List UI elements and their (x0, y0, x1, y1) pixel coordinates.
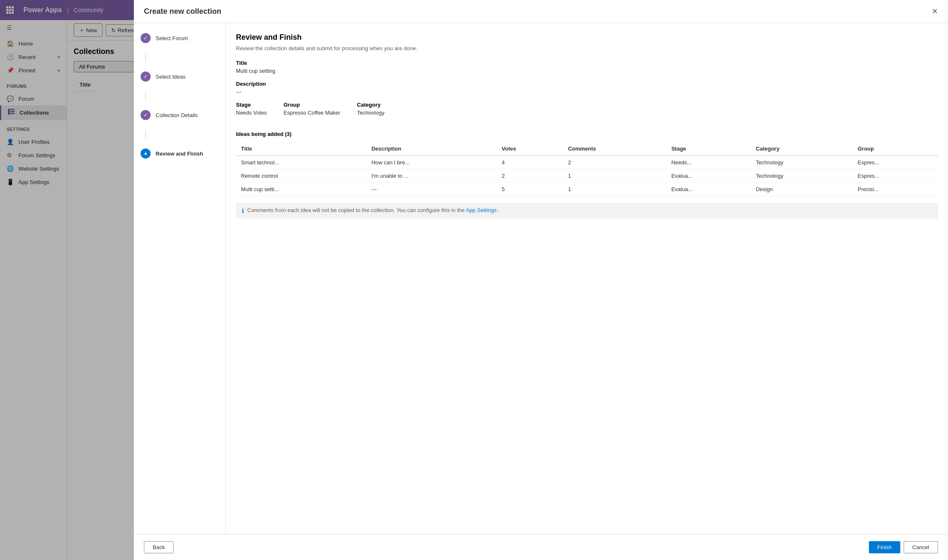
idea-stage: Evalua... (666, 169, 751, 183)
ideas-header-group: Group (853, 142, 938, 156)
ideas-header-title: Title (236, 142, 366, 156)
idea-title: Multi cup setti... (236, 183, 366, 196)
group-label: Group (284, 102, 341, 108)
step-connector-2 (145, 92, 146, 100)
category-label: Category (357, 102, 384, 108)
idea-category: Technology (751, 169, 853, 183)
idea-title: Smart technol... (236, 156, 366, 169)
ideas-header-comments: Comments (563, 142, 666, 156)
ideas-header-description: Description (366, 142, 497, 156)
finish-button[interactable]: Finish (869, 541, 900, 553)
idea-description: How can I bre... (366, 156, 497, 169)
group-value: Espresso Coffee Maker (284, 110, 341, 116)
step-label-review-finish: Review and Finish (156, 151, 203, 157)
table-row: Smart technol...How can I bre...42Needs.… (236, 156, 938, 169)
table-row: Multi cup setti...---51Evalua...DesignPr… (236, 183, 938, 196)
ideas-table-header-row: Title Description Votes Comments Stage C… (236, 142, 938, 156)
ideas-header-category: Category (751, 142, 853, 156)
review-row-stage-group-category: Stage Needs Votes Group Espresso Coffee … (236, 102, 938, 123)
ideas-table: Title Description Votes Comments Stage C… (236, 142, 938, 196)
step-connector-3 (145, 130, 146, 138)
modal-footer: Back Finish Cancel (134, 534, 948, 560)
review-section-title: Review and Finish (236, 33, 938, 42)
idea-description: --- (366, 183, 497, 196)
footer-right-buttons: Finish Cancel (869, 541, 938, 553)
group-col: Group Espresso Coffee Maker (284, 102, 341, 123)
step-label-select-forum: Select Forum (156, 35, 188, 41)
stage-label: Stage (236, 102, 267, 108)
wizard-step-select-forum: ✓ Select Forum (141, 33, 219, 43)
step-label-select-ideas: Select Ideas (156, 74, 186, 80)
close-button[interactable]: ✕ (932, 7, 938, 16)
info-banner: ℹ Comments from each idea will not be co… (236, 203, 938, 218)
idea-votes: 2 (497, 169, 563, 183)
wizard-step-collection-details: ✓ Collection Details (141, 110, 219, 120)
stage-col: Stage Needs Votes (236, 102, 267, 123)
description-field-label: Description (236, 81, 938, 87)
step-circle-review-finish: ● (141, 148, 151, 159)
cancel-button[interactable]: Cancel (904, 541, 938, 553)
modal-header: Create new collection ✕ (134, 0, 948, 23)
review-subtitle: Review the collection details and submit… (236, 45, 938, 51)
category-value: Technology (357, 110, 384, 116)
title-field-value: Multi cup setting (236, 68, 938, 74)
idea-category: Technology (751, 156, 853, 169)
idea-comments: 1 (563, 169, 666, 183)
create-collection-modal: Create new collection ✕ ✓ Select Forum ✓… (134, 0, 948, 560)
idea-category: Design (751, 183, 853, 196)
table-row: Remote controlI'm unable to ...21Evalua.… (236, 169, 938, 183)
back-button[interactable]: Back (144, 541, 174, 553)
idea-stage: Needs... (666, 156, 751, 169)
wizard-step-review-finish: ● Review and Finish (141, 148, 219, 159)
review-content: Review and Finish Review the collection … (226, 23, 948, 534)
step-connector-1 (145, 53, 146, 61)
idea-votes: 5 (497, 183, 563, 196)
idea-comments: 2 (563, 156, 666, 169)
description-field-value: --- (236, 89, 938, 95)
step-circle-select-forum: ✓ (141, 33, 151, 43)
idea-group: Espres... (853, 169, 938, 183)
idea-title: Remote control (236, 169, 366, 183)
step-label-collection-details: Collection Details (156, 112, 197, 118)
app-settings-link[interactable]: App Settings (466, 207, 497, 213)
modal-overlay: Create new collection ✕ ✓ Select Forum ✓… (0, 0, 948, 560)
info-message: Comments from each idea will not be copi… (247, 207, 500, 213)
idea-votes: 4 (497, 156, 563, 169)
idea-description: I'm unable to ... (366, 169, 497, 183)
step-circle-collection-details: ✓ (141, 110, 151, 120)
modal-body: ✓ Select Forum ✓ Select Ideas ✓ Collecti… (134, 23, 948, 534)
info-icon: ℹ (242, 207, 244, 214)
idea-group: Espres... (853, 156, 938, 169)
category-col: Category Technology (357, 102, 384, 123)
stage-value: Needs Votes (236, 110, 267, 116)
step-circle-select-ideas: ✓ (141, 72, 151, 82)
ideas-header-votes: Votes (497, 142, 563, 156)
ideas-header-stage: Stage (666, 142, 751, 156)
title-field-label: Title (236, 60, 938, 66)
wizard-step-select-ideas: ✓ Select Ideas (141, 72, 219, 82)
idea-comments: 1 (563, 183, 666, 196)
idea-group: Precisi... (853, 183, 938, 196)
wizard-steps: ✓ Select Forum ✓ Select Ideas ✓ Collecti… (134, 23, 226, 534)
modal-title: Create new collection (144, 7, 221, 16)
ideas-being-added-title: Ideas being added (3) (236, 131, 938, 137)
idea-stage: Evalua... (666, 183, 751, 196)
